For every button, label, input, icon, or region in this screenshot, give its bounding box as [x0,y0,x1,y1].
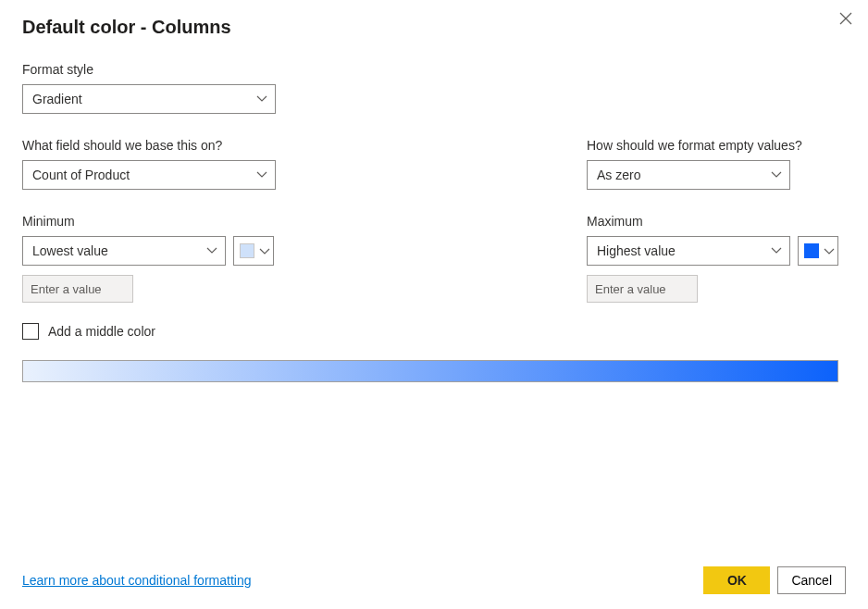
maximum-color-swatch [804,243,819,258]
chevron-down-icon [769,168,784,182]
checkbox-box-icon [22,323,39,340]
chevron-down-icon [824,243,835,258]
format-style-value: Gradient [32,92,82,106]
maximum-mode-select[interactable]: Highest value [587,236,790,266]
field-empty-row: What field should we base this on? Count… [22,138,846,214]
chevron-down-icon [254,168,269,182]
empty-values-value: As zero [597,168,640,182]
empty-values-label: How should we format empty values? [587,138,846,153]
gradient-preview [22,360,838,382]
ok-button[interactable]: OK [703,566,770,594]
min-max-row: Minimum Lowest value [22,214,846,319]
empty-values-block: How should we format empty values? As ze… [587,138,846,190]
maximum-label: Maximum [587,214,846,229]
chevron-down-icon [205,243,219,258]
base-field-block: What field should we base this on? Count… [22,138,587,190]
dialog-title: Default color - Columns [22,17,846,38]
minimum-value-input[interactable] [22,275,133,303]
close-button[interactable] [833,6,859,31]
format-style-label: Format style [22,62,846,77]
minimum-mode-value: Lowest value [32,243,108,258]
learn-more-link[interactable]: Learn more about conditional formatting [22,573,251,588]
minimum-color-picker[interactable] [233,236,274,266]
conditional-formatting-dialog: Default color - Columns Format style Gra… [0,0,868,609]
base-field-label: What field should we base this on? [22,138,587,153]
maximum-color-picker[interactable] [798,236,838,266]
cancel-button[interactable]: Cancel [777,566,846,594]
minimum-block: Minimum Lowest value [22,214,587,303]
add-middle-color-label: Add a middle color [48,324,155,339]
base-field-value: Count of Product [32,168,130,182]
maximum-block: Maximum Highest value [587,214,846,303]
minimum-mode-select[interactable]: Lowest value [22,236,226,266]
chevron-down-icon [254,92,269,106]
minimum-color-swatch [240,243,254,258]
chevron-down-icon [259,243,270,258]
maximum-mode-value: Highest value [597,243,676,258]
empty-values-select[interactable]: As zero [587,160,790,190]
chevron-down-icon [769,243,784,258]
add-middle-color-checkbox[interactable]: Add a middle color [22,323,846,340]
close-icon [839,12,852,25]
minimum-label: Minimum [22,214,587,229]
base-field-select[interactable]: Count of Product [22,160,276,190]
format-style-field: Format style Gradient [22,62,846,114]
format-style-select[interactable]: Gradient [22,84,276,114]
dialog-footer: Learn more about conditional formatting … [22,559,846,594]
maximum-value-input[interactable] [587,275,698,303]
